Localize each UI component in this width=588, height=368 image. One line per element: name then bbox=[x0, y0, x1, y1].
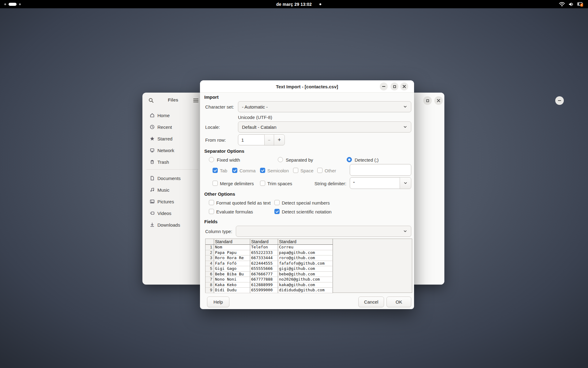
table-row: 7 Nono Noni 667777888 no2026@github.com bbox=[205, 277, 412, 282]
detect-scientific-checkbox[interactable] bbox=[274, 209, 280, 214]
dialog-maximize-button[interactable] bbox=[390, 82, 398, 90]
sidebar-item-documents[interactable]: Documents bbox=[145, 172, 200, 184]
help-button[interactable]: Help bbox=[207, 297, 229, 307]
from-row-decrement-button[interactable]: − bbox=[264, 134, 274, 145]
system-status-area[interactable] bbox=[559, 0, 588, 8]
network-icon bbox=[150, 148, 155, 153]
evaluate-formulas-checkbox[interactable] bbox=[209, 209, 214, 214]
tab-checkbox[interactable] bbox=[213, 168, 218, 173]
sidebar-item-label: Pictures bbox=[157, 199, 174, 204]
cell: roro@github.com bbox=[278, 255, 333, 261]
sidebar-item-home[interactable]: Home bbox=[145, 109, 200, 121]
picture-icon bbox=[150, 199, 155, 204]
locale-dropdown[interactable]: Default - Catalan bbox=[238, 121, 411, 132]
cell: kaka@github.com bbox=[278, 282, 333, 288]
import-heading: Import bbox=[204, 94, 219, 100]
files-minimize-button[interactable] bbox=[555, 96, 564, 105]
files-close-button[interactable] bbox=[434, 96, 443, 105]
cell: 612888999 bbox=[250, 282, 278, 288]
locale-label: Locale: bbox=[205, 125, 220, 130]
cell: Bebe Biba Bu bbox=[214, 272, 250, 277]
cell: Papa Papu bbox=[214, 250, 250, 256]
column-header[interactable]: Standard bbox=[278, 239, 333, 245]
detected-radio[interactable] bbox=[347, 157, 352, 162]
clock-menu[interactable]: de març 29 13:02 bbox=[0, 0, 588, 8]
sidebar-item-downloads[interactable]: Downloads bbox=[145, 219, 200, 231]
separated-by-radio[interactable] bbox=[278, 157, 283, 162]
preview-table[interactable]: Standard Standard Standard 1 Nom Telefon… bbox=[205, 239, 412, 293]
cell: 655222333 bbox=[250, 250, 278, 256]
row-number-header bbox=[205, 239, 214, 245]
from-row-input[interactable]: 1 bbox=[238, 134, 265, 145]
document-icon bbox=[150, 176, 155, 181]
sidebar-item-recent[interactable]: Recent bbox=[145, 121, 200, 133]
table-header-row: Standard Standard Standard bbox=[205, 239, 412, 245]
comma-checkbox[interactable] bbox=[232, 168, 237, 173]
from-row-label: From row: bbox=[205, 137, 226, 143]
cell: 667333444 bbox=[250, 255, 278, 261]
column-header[interactable]: Standard bbox=[250, 239, 278, 245]
cell: Fafa Fofó bbox=[214, 261, 250, 266]
cell: Kaka Keko bbox=[214, 282, 250, 288]
sidebar-item-music[interactable]: Music bbox=[145, 184, 200, 196]
cell: 667777888 bbox=[250, 277, 278, 282]
dialog-close-button[interactable] bbox=[400, 82, 408, 90]
other-checkbox[interactable] bbox=[317, 168, 322, 173]
column-header[interactable]: Standard bbox=[214, 239, 250, 245]
other-options-heading: Other Options bbox=[204, 191, 235, 197]
format-quoted-label: Format quoted field as text bbox=[216, 200, 271, 205]
from-row-increment-button[interactable]: + bbox=[274, 134, 285, 145]
check-icon bbox=[213, 169, 217, 172]
trim-spaces-checkbox[interactable] bbox=[260, 181, 265, 186]
cancel-button[interactable]: Cancel bbox=[358, 297, 384, 307]
other-label: Other bbox=[325, 168, 336, 173]
table-row: 3 Roro Rora Re 667333444 roro@github.com bbox=[205, 255, 412, 261]
cell: Nom bbox=[214, 245, 250, 250]
battery-low-icon bbox=[577, 2, 584, 7]
row-number: 4 bbox=[205, 261, 214, 266]
format-quoted-checkbox[interactable] bbox=[209, 200, 214, 205]
string-delimiter-dropdown-button[interactable] bbox=[400, 177, 411, 189]
merge-delimiters-checkbox[interactable] bbox=[213, 181, 218, 186]
sidebar-item-pictures[interactable]: Pictures bbox=[145, 196, 200, 207]
recent-icon bbox=[150, 125, 155, 129]
notification-dot-icon bbox=[319, 3, 321, 5]
cell: Gigi Gago bbox=[214, 266, 250, 272]
sidebar-item-starred[interactable]: Starred bbox=[145, 133, 200, 144]
sidebar-item-videos[interactable]: Videos bbox=[145, 207, 200, 219]
dialog-minimize-button[interactable] bbox=[380, 82, 388, 90]
chevron-down-icon bbox=[403, 181, 408, 185]
video-icon bbox=[150, 211, 155, 216]
column-type-dropdown[interactable] bbox=[236, 226, 411, 237]
trash-icon bbox=[150, 159, 155, 164]
sidebar-item-label: Music bbox=[157, 187, 169, 193]
sidebar-item-label: Trash bbox=[157, 159, 169, 165]
charset-dropdown[interactable]: - Automatic - bbox=[238, 101, 411, 112]
cell: dididudu@github.com bbox=[278, 288, 333, 293]
row-number: 9 bbox=[205, 288, 214, 293]
detect-special-checkbox[interactable] bbox=[274, 200, 280, 205]
files-maximize-button[interactable] bbox=[423, 96, 432, 105]
sidebar-divider bbox=[146, 169, 198, 170]
row-number: 5 bbox=[205, 266, 214, 272]
table-row: 8 Kaka Keko 612888999 kaka@github.com bbox=[205, 282, 412, 288]
menu-button[interactable] bbox=[191, 95, 201, 105]
tab-label: Tab bbox=[220, 168, 227, 173]
ok-button[interactable]: OK bbox=[386, 297, 411, 307]
home-icon bbox=[150, 113, 155, 118]
music-icon bbox=[150, 187, 155, 192]
dialog-titlebar[interactable]: Text Import - [contactes.csv] bbox=[200, 80, 414, 93]
sidebar-item-trash[interactable]: Trash bbox=[145, 156, 200, 168]
other-separator-input[interactable] bbox=[350, 164, 411, 176]
cell: 655555666 bbox=[250, 266, 278, 272]
space-checkbox[interactable] bbox=[293, 168, 298, 173]
string-delimiter-input[interactable]: " bbox=[350, 177, 400, 189]
top-bar: de març 29 13:02 bbox=[0, 0, 588, 8]
check-icon bbox=[275, 210, 279, 213]
string-delimiter-label: String delimiter: bbox=[301, 181, 346, 186]
fixed-width-radio[interactable] bbox=[209, 157, 214, 162]
sidebar-item-network[interactable]: Network bbox=[145, 144, 200, 156]
semicolon-checkbox[interactable] bbox=[260, 168, 265, 173]
column-type-label: Column type: bbox=[205, 229, 232, 234]
fields-heading: Fields bbox=[204, 219, 217, 224]
